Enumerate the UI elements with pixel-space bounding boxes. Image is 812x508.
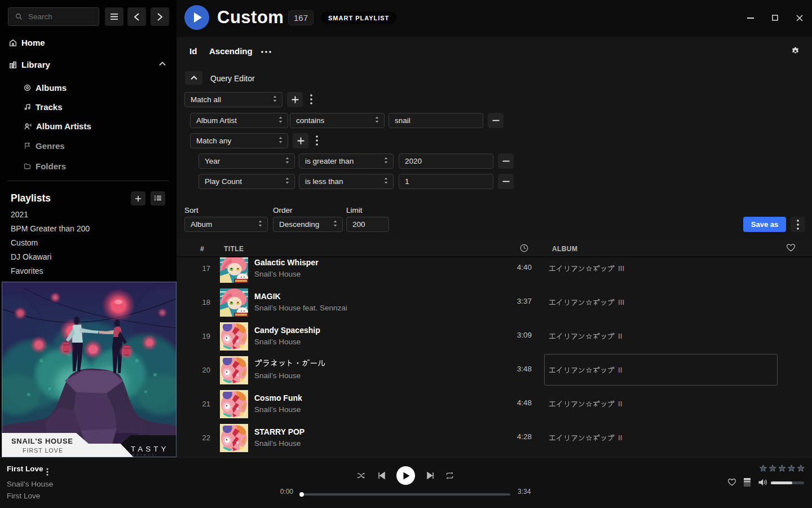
- svg-text:FIRST LOVE: FIRST LOVE: [23, 447, 63, 454]
- svg-text:TASTY: TASTY: [131, 445, 169, 453]
- svg-text:BSTMAXI: BSTMAXI: [133, 453, 158, 457]
- svg-text:SNAIL'S HOUSE: SNAIL'S HOUSE: [11, 437, 73, 445]
